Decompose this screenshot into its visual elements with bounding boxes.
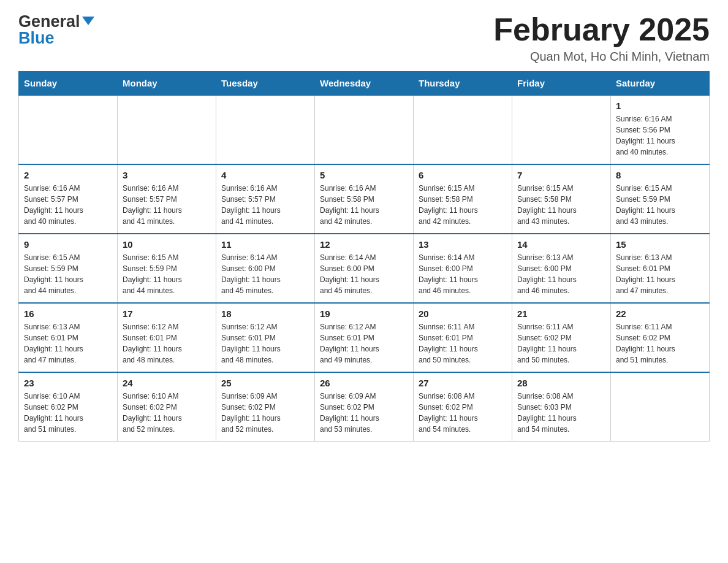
day-info-line: Sunset: 5:58 PM bbox=[419, 194, 507, 205]
calendar-cell: 4Sunrise: 6:16 AMSunset: 5:57 PMDaylight… bbox=[216, 164, 315, 234]
day-info-line: and 45 minutes. bbox=[320, 285, 408, 296]
day-info-line: Sunset: 6:01 PM bbox=[616, 263, 704, 274]
calendar-cell: 25Sunrise: 6:09 AMSunset: 6:02 PMDayligh… bbox=[216, 372, 315, 442]
day-info-line: and 51 minutes. bbox=[616, 354, 704, 366]
day-info-line: Daylight: 11 hours bbox=[221, 343, 309, 354]
day-info-line: Sunset: 6:02 PM bbox=[24, 402, 112, 413]
page-header: General Blue February 2025 Quan Mot, Ho … bbox=[18, 12, 710, 64]
day-info-line: Sunset: 5:56 PM bbox=[616, 124, 704, 136]
day-info-line: Daylight: 11 hours bbox=[616, 274, 704, 285]
calendar-cell: 16Sunrise: 6:13 AMSunset: 6:01 PMDayligh… bbox=[19, 303, 118, 372]
day-info-line: Sunrise: 6:11 AM bbox=[616, 321, 704, 332]
day-info-line: and 52 minutes. bbox=[221, 424, 309, 435]
day-info-line: Sunset: 6:02 PM bbox=[517, 332, 605, 343]
calendar-cell: 18Sunrise: 6:12 AMSunset: 6:01 PMDayligh… bbox=[216, 303, 315, 372]
day-info-line: Sunset: 6:01 PM bbox=[419, 332, 507, 343]
calendar-cell: 14Sunrise: 6:13 AMSunset: 6:00 PMDayligh… bbox=[512, 234, 611, 303]
day-info-line: Sunrise: 6:15 AM bbox=[123, 252, 211, 263]
day-number: 14 bbox=[517, 239, 605, 250]
day-info-line: and 54 minutes. bbox=[517, 424, 605, 435]
col-saturday: Saturday bbox=[611, 72, 710, 96]
day-info-line: and 43 minutes. bbox=[616, 216, 704, 227]
day-info-line: Sunrise: 6:10 AM bbox=[24, 391, 112, 402]
calendar-cell: 7Sunrise: 6:15 AMSunset: 5:58 PMDaylight… bbox=[512, 164, 611, 234]
day-info-line: and 40 minutes. bbox=[616, 147, 704, 158]
day-number: 5 bbox=[320, 170, 408, 180]
calendar-week-row: 1Sunrise: 6:16 AMSunset: 5:56 PMDaylight… bbox=[19, 95, 710, 164]
day-info-line: Sunrise: 6:15 AM bbox=[419, 183, 507, 194]
calendar-cell: 21Sunrise: 6:11 AMSunset: 6:02 PMDayligh… bbox=[512, 303, 611, 372]
day-number: 20 bbox=[419, 308, 507, 319]
day-info-line: Daylight: 11 hours bbox=[221, 274, 309, 285]
calendar-cell bbox=[512, 95, 611, 164]
day-info-line: Daylight: 11 hours bbox=[24, 413, 112, 424]
logo-triangle-icon bbox=[82, 17, 94, 25]
day-info-line: Sunrise: 6:12 AM bbox=[221, 321, 309, 332]
day-info-line: Daylight: 11 hours bbox=[419, 413, 507, 424]
day-info-line: Sunrise: 6:11 AM bbox=[419, 321, 507, 332]
calendar-cell: 1Sunrise: 6:16 AMSunset: 5:56 PMDaylight… bbox=[611, 95, 710, 164]
calendar-cell: 2Sunrise: 6:16 AMSunset: 5:57 PMDaylight… bbox=[19, 164, 118, 234]
day-number: 28 bbox=[517, 378, 605, 388]
day-info-line: and 40 minutes. bbox=[24, 216, 112, 227]
day-number: 11 bbox=[221, 239, 309, 250]
day-info-line: Daylight: 11 hours bbox=[616, 343, 704, 354]
day-info-line: and 43 minutes. bbox=[517, 216, 605, 227]
day-info-line: and 52 minutes. bbox=[123, 424, 211, 435]
calendar-cell: 12Sunrise: 6:14 AMSunset: 6:00 PMDayligh… bbox=[315, 234, 414, 303]
day-info-line: and 48 minutes. bbox=[123, 354, 211, 366]
day-info-line: and 42 minutes. bbox=[320, 216, 408, 227]
day-info-line: Sunset: 6:02 PM bbox=[419, 402, 507, 413]
day-info-line: and 41 minutes. bbox=[123, 216, 211, 227]
day-info-line: Sunrise: 6:14 AM bbox=[320, 252, 408, 263]
calendar-cell: 17Sunrise: 6:12 AMSunset: 6:01 PMDayligh… bbox=[118, 303, 216, 372]
calendar-cell bbox=[315, 95, 414, 164]
day-info-line: Daylight: 11 hours bbox=[320, 205, 408, 216]
calendar-cell: 22Sunrise: 6:11 AMSunset: 6:02 PMDayligh… bbox=[611, 303, 710, 372]
day-info-line: Daylight: 11 hours bbox=[517, 274, 605, 285]
day-info-line: Sunrise: 6:10 AM bbox=[123, 391, 211, 402]
day-info-line: Sunset: 5:59 PM bbox=[24, 263, 112, 274]
day-info-line: Sunset: 6:03 PM bbox=[517, 402, 605, 413]
calendar-cell bbox=[414, 95, 512, 164]
day-info-line: Sunrise: 6:14 AM bbox=[419, 252, 507, 263]
calendar-cell: 8Sunrise: 6:15 AMSunset: 5:59 PMDaylight… bbox=[611, 164, 710, 234]
day-info-line: Daylight: 11 hours bbox=[320, 343, 408, 354]
day-info-line: Daylight: 11 hours bbox=[616, 205, 704, 216]
day-info-line: Sunset: 6:01 PM bbox=[24, 332, 112, 343]
day-info-line: and 46 minutes. bbox=[419, 285, 507, 296]
calendar-cell: 5Sunrise: 6:16 AMSunset: 5:58 PMDaylight… bbox=[315, 164, 414, 234]
day-number: 25 bbox=[221, 378, 309, 388]
calendar-cell: 15Sunrise: 6:13 AMSunset: 6:01 PMDayligh… bbox=[611, 234, 710, 303]
day-info-line: and 44 minutes. bbox=[123, 285, 211, 296]
day-number: 27 bbox=[419, 378, 507, 388]
day-info-line: Sunrise: 6:13 AM bbox=[24, 321, 112, 332]
calendar-cell bbox=[19, 95, 118, 164]
day-info-line: and 47 minutes. bbox=[616, 285, 704, 296]
day-info-line: Daylight: 11 hours bbox=[320, 413, 408, 424]
day-info-line: Sunset: 5:57 PM bbox=[24, 194, 112, 205]
day-info-line: Sunrise: 6:08 AM bbox=[419, 391, 507, 402]
month-title: February 2025 bbox=[493, 12, 710, 47]
day-info-line: Sunset: 5:58 PM bbox=[517, 194, 605, 205]
day-number: 4 bbox=[221, 170, 309, 180]
day-info-line: and 54 minutes. bbox=[419, 424, 507, 435]
title-section: February 2025 Quan Mot, Ho Chi Minh, Vie… bbox=[493, 12, 710, 64]
day-info-line: and 49 minutes. bbox=[320, 354, 408, 366]
day-info-line: and 46 minutes. bbox=[517, 285, 605, 296]
day-info-line: Sunrise: 6:09 AM bbox=[320, 391, 408, 402]
day-info-line: Daylight: 11 hours bbox=[320, 274, 408, 285]
day-info-line: Sunset: 5:57 PM bbox=[221, 194, 309, 205]
logo: General Blue bbox=[18, 12, 94, 48]
day-info-line: and 41 minutes. bbox=[221, 216, 309, 227]
calendar-cell: 6Sunrise: 6:15 AMSunset: 5:58 PMDaylight… bbox=[414, 164, 512, 234]
day-info-line: Sunset: 5:57 PM bbox=[123, 194, 211, 205]
day-number: 12 bbox=[320, 239, 408, 250]
calendar-week-row: 9Sunrise: 6:15 AMSunset: 5:59 PMDaylight… bbox=[19, 234, 710, 303]
day-info-line: Sunrise: 6:16 AM bbox=[320, 183, 408, 194]
calendar-week-row: 23Sunrise: 6:10 AMSunset: 6:02 PMDayligh… bbox=[19, 372, 710, 442]
day-info-line: and 50 minutes. bbox=[419, 354, 507, 366]
calendar-cell bbox=[611, 372, 710, 442]
day-info-line: and 44 minutes. bbox=[24, 285, 112, 296]
day-info-line: Daylight: 11 hours bbox=[24, 343, 112, 354]
